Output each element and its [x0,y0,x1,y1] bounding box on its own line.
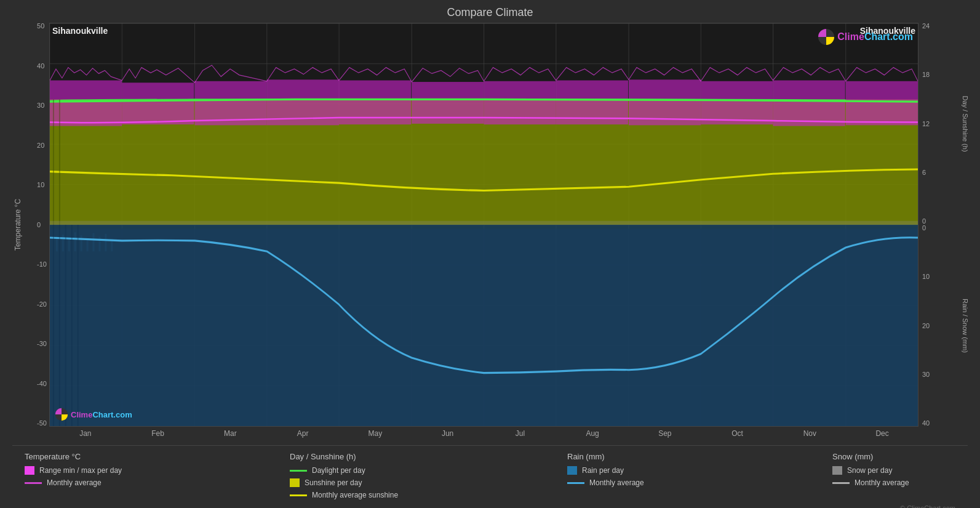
legend-sunshine-title: Day / Sunshine (h) [290,452,425,461]
month-jan: Jan [49,429,122,438]
legend-swatch-snow [832,466,842,475]
legend-snow-avg: Monthly average [832,478,955,487]
month-jul: Jul [484,429,557,438]
y-tick-right-rain30: 30 [922,371,968,378]
y-tick-right-0: 0 [922,218,968,225]
y-tick-right-rain0: 0 [922,225,968,232]
svg-rect-52 [71,225,73,426]
legend-line-rain-avg [567,482,584,484]
legend-snow-day: Snow per day [832,466,955,475]
copyright-text: © ClimeChart.com [900,504,955,508]
month-may: May [339,429,412,438]
legend-daylight: Daylight per day [290,466,425,475]
legend-label-snow-avg: Monthly average [855,478,909,487]
legend-line-daylight [290,470,307,472]
month-dec: Dec [846,429,918,438]
month-sep: Sep [629,429,701,438]
legend-sunshine-avg: Monthly average sunshine [290,491,425,499]
y-tick-0: 0 [37,222,47,228]
month-apr: Apr [266,429,339,438]
y-tick-50: 50 [37,23,47,30]
y-axis-left-label: Temperature °C [14,199,22,251]
legend-label-temp-avg: Monthly average [47,478,102,487]
y-tick-right-24: 24 [922,23,968,30]
legend-swatch-rain [567,466,577,475]
svg-rect-37 [50,81,122,126]
logo-bottom-left: ClimeChart.com [55,408,132,421]
svg-rect-47 [773,81,845,126]
y-tick-right-rain20: 20 [922,323,968,329]
y-tick--40: -40 [37,381,47,387]
month-feb: Feb [122,429,194,438]
legend-label-snow-day: Snow per day [847,466,892,475]
y-axis-right-top-label: Day / Sunshine (h) [962,95,969,151]
logo-icon-top [818,28,835,46]
y-tick--50: -50 [37,420,47,427]
location-label-left: Sihanoukville [52,26,108,36]
y-tick-20: 20 [37,142,47,149]
legend-line-temp-avg [25,482,42,484]
legend-temperature: Temperature °C Range min / max per day M… [25,452,148,499]
legend-temp-range: Range min / max per day [25,466,148,475]
y-tick-10: 10 [37,182,47,188]
legend-label-sunshine-day: Sunshine per day [305,478,362,487]
legend-line-snow-avg [832,482,850,484]
legend: Temperature °C Range min / max per day M… [12,445,968,502]
logo-icon-bottom [55,408,68,421]
svg-rect-51 [65,225,66,426]
svg-rect-55 [59,99,60,225]
legend-swatch-sunshine [290,478,300,487]
legend-rain-title: Rain (mm) [567,452,690,461]
svg-rect-46 [701,81,773,124]
legend-rain-day: Rain per day [567,466,690,475]
legend-rain-avg: Monthly average [567,478,690,487]
legend-line-sunshine-avg [290,494,307,496]
y-tick-30: 30 [37,102,47,109]
y-tick--10: -10 [37,261,47,268]
chart-title: Compare Climate [12,6,968,19]
legend-snow-title: Snow (mm) [832,452,955,461]
svg-rect-53 [78,225,79,426]
legend-label-daylight: Daylight per day [312,466,365,475]
svg-rect-49 [53,225,54,426]
legend-sunshine: Day / Sunshine (h) Daylight per day Suns… [290,452,425,499]
month-jun: Jun [412,429,484,438]
svg-rect-50 [59,225,60,426]
svg-rect-38 [122,83,194,124]
legend-sunshine-day: Sunshine per day [290,478,425,487]
legend-label-temp-range: Range min / max per day [39,466,122,475]
logo-top-right: ClimeChart.com [818,28,913,46]
y-tick--30: -30 [37,341,47,347]
legend-snow: Snow (mm) Snow per day Monthly average ©… [832,452,955,499]
y-tick-right-18: 18 [922,71,968,78]
y-tick-right-12: 12 [922,121,968,127]
y-tick-right-6: 6 [922,169,968,176]
legend-rain: Rain (mm) Rain per day Monthly average [567,452,690,499]
y-tick-right-rain40: 40 [922,420,968,427]
svg-rect-54 [53,99,54,225]
legend-label-rain-day: Rain per day [582,466,624,475]
logo-text-top: ClimeChart.com [837,31,913,42]
main-container: Compare Climate Temperature °C 50 40 30 … [0,0,980,508]
svg-rect-56 [50,221,918,225]
y-tick-right-rain10: 10 [922,273,968,280]
month-nov: Nov [774,429,847,438]
y-tick-40: 40 [37,63,47,70]
month-aug: Aug [556,429,629,438]
svg-rect-48 [846,81,918,126]
y-tick--20: -20 [37,301,47,308]
y-axis-right-bottom-label: Rain / Snow (mm) [962,299,969,353]
month-oct: Oct [701,429,774,438]
chart-svg: /* strips */ [50,23,918,426]
x-axis: Jan Feb Mar Apr May Jun Jul Aug Sep Oct … [49,427,918,440]
logo-text-bottom: ClimeChart.com [71,410,132,419]
legend-label-rain-avg: Monthly average [589,478,644,487]
legend-temp-avg: Monthly average [25,478,148,487]
legend-label-sunshine-avg: Monthly average sunshine [312,491,398,499]
legend-swatch-temp-range [25,466,34,475]
month-mar: Mar [194,429,267,438]
legend-temp-title: Temperature °C [25,452,148,461]
